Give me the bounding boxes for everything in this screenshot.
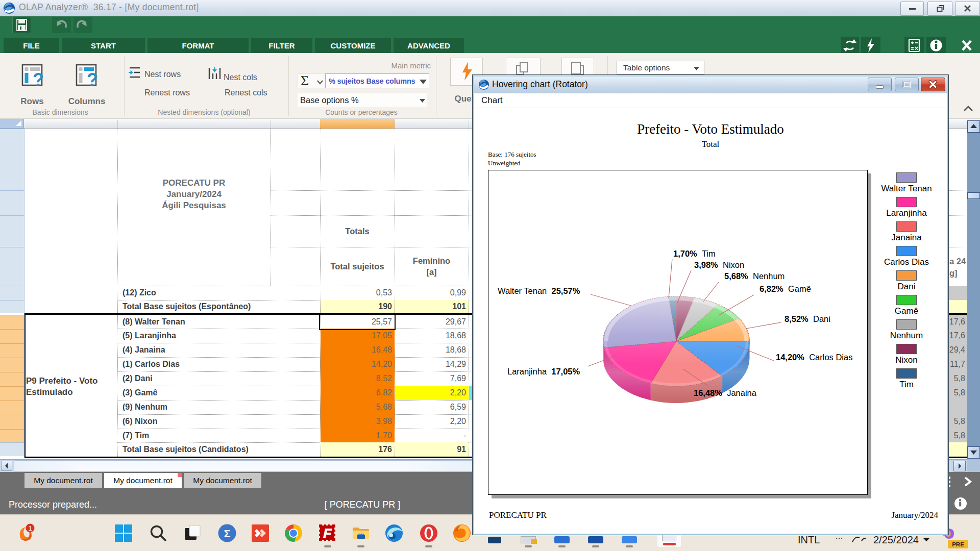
- svg-text:?: ?: [87, 69, 98, 89]
- svg-text:?: ?: [33, 69, 44, 89]
- svg-text:Σ: Σ: [224, 528, 231, 539]
- svg-text:1: 1: [28, 524, 32, 532]
